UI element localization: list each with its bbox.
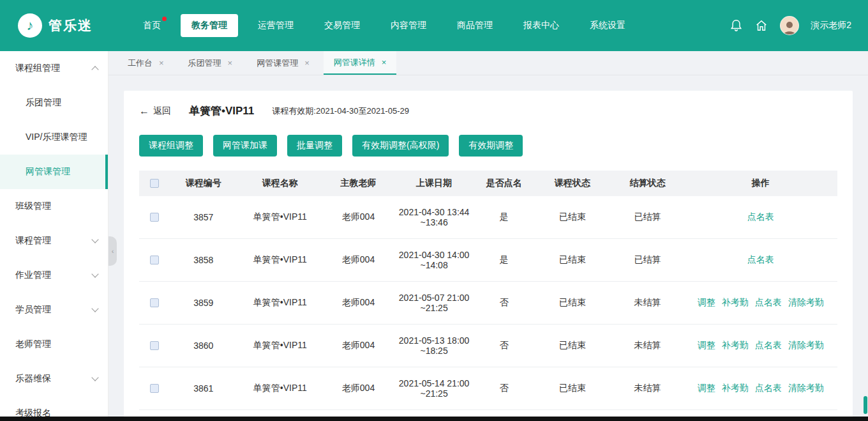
op-link-0[interactable]: 点名表: [747, 211, 774, 223]
tab-2[interactable]: 网管课管理×: [246, 51, 320, 75]
nav-item-0[interactable]: 首页: [132, 14, 172, 37]
op-link-3[interactable]: 清除考勤: [788, 340, 824, 351]
row-checkbox[interactable]: [150, 384, 159, 393]
action-button-3[interactable]: 有效期调整(高权限): [352, 135, 449, 157]
home-icon[interactable]: [754, 19, 768, 33]
sidebar-item-3[interactable]: 网管课管理: [0, 155, 108, 189]
sidebar-item-0[interactable]: 课程组管理: [0, 51, 108, 86]
sidebar-item-label: 课程组管理: [15, 63, 60, 74]
sidebar-item-8[interactable]: 老师管理: [0, 327, 108, 362]
op-link-0[interactable]: 调整: [698, 340, 715, 351]
row-checkbox[interactable]: [150, 256, 159, 264]
sidebar-item-label: 作业管理: [15, 270, 51, 281]
tab-0[interactable]: 工作台×: [117, 51, 174, 75]
logo-icon: ♪: [18, 13, 42, 38]
op-link-2[interactable]: 点名表: [755, 297, 782, 309]
action-button-1[interactable]: 网管课加课: [213, 135, 277, 157]
sidebar-item-label: 学员管理: [15, 304, 51, 316]
course-name: 单簧管•VIP11: [237, 367, 322, 410]
row-checkbox[interactable]: [150, 213, 159, 222]
sidebar-item-label: VIP/乐理课管理: [26, 132, 87, 143]
op-link-3[interactable]: 清除考勤: [788, 297, 824, 309]
settlement-status: 未结算: [611, 367, 684, 410]
chevron-down-icon: [91, 270, 98, 277]
course-no: 3859: [169, 282, 237, 325]
op-link-1[interactable]: 补考勤: [722, 297, 749, 309]
tab-label: 工作台: [128, 57, 153, 69]
settlement-status: 已结算: [611, 239, 684, 282]
sidebar-item-label: 网管课管理: [26, 166, 70, 178]
sidebar-item-5[interactable]: 课程管理: [0, 224, 108, 258]
teacher-name: 老师004: [322, 325, 394, 367]
action-button-0[interactable]: 课程组调整: [139, 135, 203, 157]
nav-item-1[interactable]: 教务管理: [181, 14, 238, 37]
sidebar-item-7[interactable]: 学员管理: [0, 293, 108, 327]
row-operations: 调整补考勤点名表清除考勤: [684, 367, 837, 410]
course-status: 已结束: [534, 367, 611, 410]
select-all-checkbox[interactable]: [150, 179, 159, 188]
user-avatar[interactable]: [780, 16, 799, 35]
tab-label: 网管课详情: [334, 57, 375, 68]
op-link-0[interactable]: 调整: [698, 383, 715, 394]
page-title: 单簧管•VIP11: [189, 103, 254, 118]
nav-item-2[interactable]: 运营管理: [247, 14, 304, 37]
bell-icon[interactable]: [729, 19, 743, 33]
op-link-1[interactable]: 补考勤: [722, 340, 749, 351]
row-operations: 调整补考勤点名表清除考勤: [684, 325, 837, 367]
action-button-4[interactable]: 有效期调整: [459, 135, 523, 157]
table-row: 3859单簧管•VIP11老师0042021-05-07 21:00~21:25…: [139, 282, 837, 325]
notification-dot: [162, 17, 167, 21]
sidebar-item-label: 班级管理: [15, 201, 51, 212]
op-link-1[interactable]: 补考勤: [722, 383, 749, 394]
tab-1[interactable]: 乐团管理×: [178, 51, 243, 75]
op-link-3[interactable]: 清除考勤: [788, 383, 824, 394]
tab-close-icon[interactable]: ×: [159, 58, 164, 68]
op-link-2[interactable]: 点名表: [755, 383, 782, 394]
roll-call-flag: 否: [474, 282, 534, 325]
top-header: ♪ 管乐迷 首页教务管理运营管理交易管理内容管理商品管理报表中心系统设置 演示老…: [0, 0, 868, 51]
nav-item-5[interactable]: 商品管理: [446, 14, 504, 37]
detail-card: ← 返回 单簧管•VIP11 课程有效期:2021-04-30至2021-05-…: [124, 91, 853, 421]
op-link-0[interactable]: 点名表: [747, 254, 774, 266]
table-row: 3858单簧管•VIP11老师0042021-04-30 14:00~14:08…: [139, 239, 837, 282]
class-date: 2021-04-30 14:00~14:08: [394, 239, 474, 282]
roll-call-flag: 否: [474, 325, 534, 367]
course-no: 3857: [169, 196, 237, 239]
sidebar-item-9[interactable]: 乐器维保: [0, 362, 108, 396]
op-link-2[interactable]: 点名表: [755, 340, 782, 351]
course-no: 3861: [169, 367, 237, 410]
user-name[interactable]: 演示老师2: [811, 20, 851, 31]
table-row: 3860单簧管•VIP11老师0042021-05-13 18:00~18:25…: [139, 325, 837, 367]
table-header-0: 课程编号: [169, 171, 237, 196]
sidebar-item-2[interactable]: VIP/乐理课管理: [0, 120, 108, 155]
class-date: 2021-05-14 21:00~21:25: [394, 367, 474, 410]
row-checkbox[interactable]: [150, 341, 159, 350]
nav-item-7[interactable]: 系统设置: [579, 14, 636, 37]
sidebar-item-4[interactable]: 班级管理: [0, 189, 108, 224]
back-button[interactable]: ← 返回: [139, 105, 171, 117]
tab-label: 网管课管理: [257, 57, 298, 69]
row-operations: 点名表: [684, 196, 837, 239]
sidebar-item-1[interactable]: 乐团管理: [0, 86, 108, 120]
row-operations: 点名表: [684, 239, 837, 282]
nav-item-3[interactable]: 交易管理: [313, 14, 371, 37]
nav-item-4[interactable]: 内容管理: [380, 14, 437, 37]
sidebar-item-6[interactable]: 作业管理: [0, 258, 108, 293]
chevron-down-icon: [91, 305, 98, 312]
course-no: 3860: [169, 325, 237, 367]
tab-close-icon[interactable]: ×: [228, 58, 233, 68]
table-header-6: 结算状态: [611, 171, 684, 196]
chevron-down-icon: [91, 236, 98, 243]
tab-3[interactable]: 网管课详情×: [324, 51, 397, 75]
row-checkbox[interactable]: [150, 298, 159, 307]
tab-close-icon[interactable]: ×: [382, 57, 387, 67]
action-button-2[interactable]: 批量调整: [287, 135, 342, 157]
brand-logo[interactable]: ♪ 管乐迷: [0, 13, 118, 38]
op-link-0[interactable]: 调整: [698, 297, 715, 309]
sidebar-collapse-handle[interactable]: ‹: [108, 236, 117, 266]
vertical-scrollbar-thumb[interactable]: [864, 396, 867, 414]
tab-close-icon[interactable]: ×: [304, 58, 310, 68]
nav-item-6[interactable]: 报表中心: [513, 14, 570, 37]
sidebar: 课程组管理乐团管理VIP/乐理课管理网管课管理班级管理课程管理作业管理学员管理老…: [0, 51, 108, 421]
class-date: 2021-05-13 18:00~18:25: [394, 325, 474, 367]
